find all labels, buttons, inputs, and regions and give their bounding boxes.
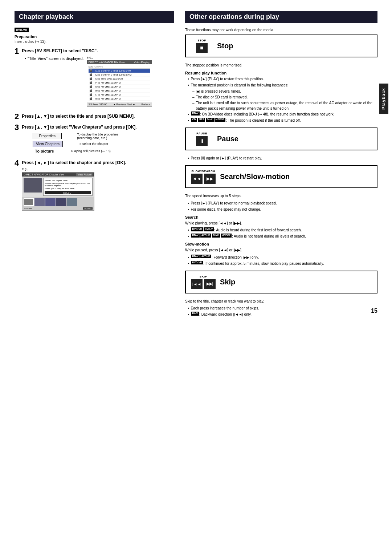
chapter-screen-mock: DIRECT NAVIGATOR Chapter View View Pictu… xyxy=(22,172,94,211)
slow-motion-title: Slow-motion xyxy=(185,242,377,246)
step-2-number: 2 xyxy=(15,113,19,121)
resume-indent-2: The disc or SD card is removed. xyxy=(192,94,377,100)
step-3-number: 3 xyxy=(15,123,19,131)
left-section-title: Chapter playback xyxy=(15,11,174,23)
step-3-title: Press [▲, ▼] to select "View Chapters" a… xyxy=(22,124,174,130)
skip-box: SKIP |◄◄ ▶▶| Skip xyxy=(185,271,377,293)
screen-mock-1: DIRECT NAVIGATOR Title View Video Playin… xyxy=(87,60,152,107)
stop-title: Stop xyxy=(217,42,233,50)
search-sub-body: While playing, press [◄◄] or [▶▶]. xyxy=(185,220,377,226)
resume-bullet-2: The memorized position is cleared in the… xyxy=(188,82,377,88)
search-icons: ◄◄ ▶▶ xyxy=(191,174,216,184)
pause-icon-button: ⏸ xyxy=(196,136,208,146)
skip-back-icon-button: |◄◄ xyxy=(191,279,203,289)
skip-bullet-1: Each press increases the number of skips… xyxy=(188,305,377,311)
properties-box: Properties xyxy=(33,133,62,139)
view-chapters-box: View Chapters xyxy=(33,141,63,147)
pause-label-small: PAUSE xyxy=(196,132,207,135)
step-4-title: Press [◄, ►] to select the chapter and p… xyxy=(22,160,174,166)
rewind-icon-button: ◄◄ xyxy=(191,174,203,184)
step-1: 1 Press [AV SELECT] to select "DISC". "T… xyxy=(15,48,174,110)
resume-bullet-4: CD MP3 DivX MPEG2: The position is clear… xyxy=(188,118,377,123)
resume-bullet-3: BD-V: On BD-Video discs including BD-J (… xyxy=(188,112,377,117)
pause-bullet-1: Press [II] again or [►] (PLAY) to restar… xyxy=(188,155,377,161)
resume-play-title: Resume play function xyxy=(185,71,377,75)
search-sub-title: Search xyxy=(185,215,377,219)
step-2: 2 Press [▲, ▼] to select the title and p… xyxy=(15,113,174,121)
playback-tab: Playback xyxy=(379,84,388,114)
search-sub-bullet-2: BD-V AVCHD DivX MPEG2: Audio is not hear… xyxy=(188,234,377,239)
step-4: 4 Press [◄, ►] to select the chapter and… xyxy=(15,160,174,212)
pause-icon-area: PAUSE ⏸ xyxy=(191,132,213,146)
stop-icon-button: ■ xyxy=(196,43,208,53)
skip-label-small: SKIP xyxy=(200,275,207,278)
search-title: Search/Slow-motion xyxy=(220,173,290,181)
slow-motion-bullet-2: DVD-VR: If continued for approx. 5 minut… xyxy=(188,261,377,266)
skip-fwd-icon-button: ▶▶| xyxy=(204,279,216,289)
stop-label-small: STOP xyxy=(197,39,206,42)
stop-box: STOP ■ Stop xyxy=(185,35,377,57)
pause-box: PAUSE ⏸ Pause xyxy=(185,127,377,150)
search-box: SLOW/SEARCH ◄◄ ▶▶ Search/Slow-motion xyxy=(185,165,377,188)
step-2-title: Press [▲, ▼] to select the title and pre… xyxy=(22,113,174,119)
skip-title: Skip xyxy=(220,278,235,286)
step-4-number: 4 xyxy=(15,159,19,167)
preparation-label: Preparation xyxy=(15,35,174,39)
slow-motion-bullet-1: BD-V AVCHD: Forward direction [▶▶] only. xyxy=(188,255,377,260)
resume-bullet-1: Press [►] (PLAY) to restart from this po… xyxy=(188,76,377,82)
search-label-small: SLOW/SEARCH xyxy=(191,170,215,173)
stop-icon-area: STOP ■ xyxy=(191,39,213,53)
stop-body: The stopped position is memorized. xyxy=(185,62,377,68)
right-intro: These functions may not work depending o… xyxy=(185,27,377,33)
slow-motion-body: While paused, press [◄◄] or [▶▶]. xyxy=(185,247,377,253)
step-3: 3 Press [▲, ▼] to select "View Chapters"… xyxy=(15,124,174,156)
step-1-number: 1 xyxy=(15,47,19,55)
right-section-title: Other operations during play xyxy=(185,11,377,23)
eg-label-4: e.g., xyxy=(22,167,174,171)
skip-body: Skip to the title, chapter or track you … xyxy=(185,299,377,304)
search-bullet-2: For some discs, the speed may not change… xyxy=(188,207,377,212)
page-number: 15 xyxy=(371,308,377,314)
search-body: The speed increases up to 5 steps. xyxy=(185,193,377,199)
properties-table: Properties To display the title properti… xyxy=(33,133,174,154)
step-1-bullet: "Title View" screen is displayed. xyxy=(25,56,83,61)
pause-title: Pause xyxy=(217,135,238,143)
resume-indent-3: The unit is turned off due to such occur… xyxy=(192,100,377,111)
skip-icon-area: SKIP |◄◄ ▶▶| xyxy=(191,275,216,289)
dvd-vr-badge: DVD-VR xyxy=(15,28,29,32)
resume-indent-1: [■] is pressed several times. xyxy=(192,89,377,94)
search-sub-bullet-1: DVD-VR DVD-V: Audio is heard during the … xyxy=(188,227,377,233)
skip-bullet-2: DivX: Backward direction [|◄◄] only. xyxy=(188,312,377,317)
search-bullet-1: Press [►] (PLAY) to revert to normal pla… xyxy=(188,200,377,206)
eg-label-1: e.g., xyxy=(87,56,152,59)
step-1-title: Press [AV SELECT] to select "DISC". xyxy=(22,48,174,54)
search-icon-area: SLOW/SEARCH ◄◄ ▶▶ xyxy=(191,170,216,184)
preparation-text: Insert a disc (⇒ 13). xyxy=(15,40,174,44)
ffwd-icon-button: ▶▶ xyxy=(204,174,216,184)
skip-icons: |◄◄ ▶▶| xyxy=(191,279,216,289)
